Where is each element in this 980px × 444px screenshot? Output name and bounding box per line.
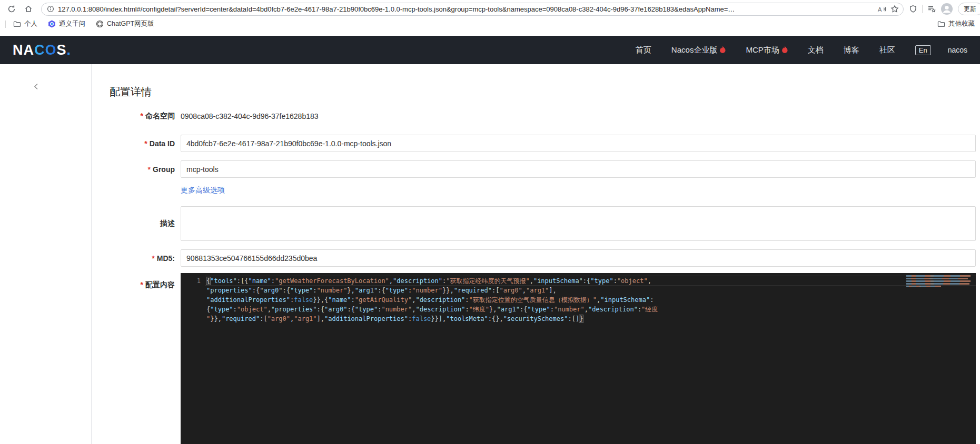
logo-part: S bbox=[57, 42, 67, 58]
bookmark-label: 通义千问 bbox=[59, 19, 85, 28]
chrome-gap bbox=[0, 31, 980, 36]
main-area: 配置详情 *命名空间 0908ca08-c382-404c-9d96-37fe1… bbox=[0, 64, 980, 444]
nacos-logo[interactable]: NACOS. bbox=[13, 42, 71, 58]
site-info-icon[interactable] bbox=[47, 5, 54, 13]
browser-update-button[interactable]: 更新 bbox=[958, 3, 980, 15]
namespace-value: 0908ca08-c382-404c-9d96-37fe1628b183 bbox=[181, 112, 319, 120]
description-label: 描述 bbox=[110, 219, 175, 228]
code-row: "properties":{"arg0":{"type":"number"},"… bbox=[206, 286, 905, 295]
description-row: 描述 bbox=[110, 206, 976, 241]
code-row: {"type":"object","properties":{"arg0":{"… bbox=[206, 305, 905, 314]
tongyi-icon bbox=[48, 20, 56, 28]
config-content-editor[interactable]: 1 {"tools":[{"name":"getWeatherForecastB… bbox=[181, 273, 976, 444]
nav-item-label: MCP市场 bbox=[746, 45, 779, 55]
md5-input[interactable] bbox=[181, 249, 976, 267]
nav-item-label: 文档 bbox=[808, 45, 824, 55]
data-id-label: *Data ID bbox=[110, 139, 175, 148]
reload-button[interactable] bbox=[4, 2, 19, 16]
more-advanced-options-link[interactable]: 更多高级选项 bbox=[181, 185, 225, 195]
config-detail-page: 配置详情 *命名空间 0908ca08-c382-404c-9d96-37fe1… bbox=[92, 64, 980, 444]
data-id-input[interactable] bbox=[181, 135, 976, 152]
code-row: "}},"required":["arg0","arg1"],"addition… bbox=[206, 314, 905, 324]
username[interactable]: nacos bbox=[948, 46, 967, 54]
chevron-left-icon bbox=[34, 83, 38, 90]
profile-avatar[interactable] bbox=[941, 3, 953, 15]
required-asterisk: * bbox=[144, 139, 147, 148]
url-text[interactable]: 127.0.0.1:8080/index.html#/configdetail?… bbox=[58, 5, 874, 13]
nav-item-5[interactable]: 社区 bbox=[879, 45, 895, 55]
data-id-row: *Data ID bbox=[110, 135, 976, 152]
home-button[interactable] bbox=[21, 2, 36, 16]
minimap-line bbox=[906, 278, 968, 279]
line-number: 1 bbox=[181, 276, 201, 286]
header-nav: 首页Nacos企业版MCP市场文档博客社区 bbox=[636, 45, 895, 55]
chatgpt-icon bbox=[96, 20, 104, 28]
required-asterisk: * bbox=[152, 254, 154, 263]
bookmarks-bar: 个人 通义千问 ChatGPT网页版 其他收藏 bbox=[0, 17, 980, 31]
group-row: *Group bbox=[110, 160, 976, 178]
group-input[interactable] bbox=[181, 160, 976, 178]
logo-part: . bbox=[67, 42, 72, 58]
nav-item-0[interactable]: 首页 bbox=[636, 45, 651, 55]
bookmark-label: ChatGPT网页版 bbox=[107, 19, 154, 28]
nacos-header: NACOS. 首页Nacos企业版MCP市场文档博客社区 En nacos bbox=[0, 36, 980, 64]
favorite-star-icon[interactable] bbox=[890, 5, 899, 13]
folder-icon bbox=[937, 21, 945, 27]
nav-item-3[interactable]: 文档 bbox=[808, 45, 824, 55]
hot-flame-icon bbox=[782, 46, 788, 53]
logo-part: CO bbox=[34, 42, 57, 58]
namespace-row: *命名空间 0908ca08-c382-404c-9d96-37fe1628b1… bbox=[110, 112, 976, 121]
minimap-line bbox=[906, 283, 969, 285]
browser-chrome: 127.0.0.1:8080/index.html#/configdetail?… bbox=[0, 0, 980, 36]
code-lines: {"tools":[{"name":"getWeatherForecastByL… bbox=[206, 276, 905, 324]
namespace-label: *命名空间 bbox=[110, 112, 175, 121]
bookmarks-divider bbox=[5, 21, 6, 28]
language-toggle[interactable]: En bbox=[915, 45, 931, 55]
minimap[interactable] bbox=[906, 275, 971, 288]
nav-item-label: 首页 bbox=[636, 45, 651, 55]
toolbar-divider bbox=[922, 5, 923, 13]
required-asterisk: * bbox=[148, 165, 151, 174]
md5-row: *MD5: bbox=[110, 249, 976, 267]
description-textarea[interactable] bbox=[181, 206, 976, 241]
reload-icon bbox=[7, 5, 16, 13]
address-bar[interactable]: 127.0.0.1:8080/index.html#/configdetail?… bbox=[41, 3, 904, 16]
code-row: "additionalProperties":false}},{"name":"… bbox=[206, 295, 905, 305]
folder-icon bbox=[13, 21, 21, 27]
bookmark-personal-folder[interactable]: 个人 bbox=[13, 19, 37, 28]
logo-part: NA bbox=[13, 42, 34, 58]
required-asterisk: * bbox=[141, 280, 143, 289]
config-content-label: *配置内容 bbox=[110, 280, 175, 290]
nav-item-label: Nacos企业版 bbox=[671, 45, 718, 55]
other-favorites-label: 其他收藏 bbox=[948, 19, 975, 28]
code-row: {"tools":[{"name":"getWeatherForecastByL… bbox=[206, 276, 905, 286]
config-content-row: *配置内容 1 {"tools":[{"name":"getWeatherFor… bbox=[110, 273, 976, 444]
collections-icon[interactable] bbox=[927, 5, 936, 13]
svg-text:A: A bbox=[878, 6, 882, 13]
required-asterisk: * bbox=[141, 112, 143, 120]
minimap-line bbox=[906, 286, 941, 287]
nav-item-label: 社区 bbox=[879, 45, 895, 55]
bookmark-tongyi[interactable]: 通义千问 bbox=[48, 19, 85, 28]
page-title: 配置详情 bbox=[110, 85, 976, 98]
md5-label: *MD5: bbox=[110, 254, 175, 263]
hot-flame-icon bbox=[720, 46, 726, 53]
advanced-options-row: 更多高级选项 bbox=[110, 185, 976, 195]
home-icon bbox=[24, 5, 33, 13]
extensions-icon[interactable] bbox=[909, 5, 917, 13]
nav-item-4[interactable]: 博客 bbox=[844, 45, 859, 55]
bookmark-label: 个人 bbox=[24, 19, 37, 28]
nav-item-2[interactable]: MCP市场 bbox=[746, 45, 787, 55]
group-label: *Group bbox=[110, 165, 175, 174]
sidebar-collapse-button[interactable] bbox=[34, 83, 38, 90]
left-sidebar bbox=[0, 64, 92, 444]
other-favorites[interactable]: 其他收藏 bbox=[937, 19, 975, 28]
bookmark-chatgpt[interactable]: ChatGPT网页版 bbox=[96, 19, 154, 28]
browser-toolbar: 127.0.0.1:8080/index.html#/configdetail?… bbox=[0, 0, 980, 17]
nav-item-label: 博客 bbox=[844, 45, 859, 55]
nav-item-1[interactable]: Nacos企业版 bbox=[671, 45, 726, 55]
minimap-line bbox=[906, 275, 971, 277]
read-aloud-icon[interactable]: A bbox=[877, 5, 886, 13]
minimap-line bbox=[906, 280, 971, 282]
